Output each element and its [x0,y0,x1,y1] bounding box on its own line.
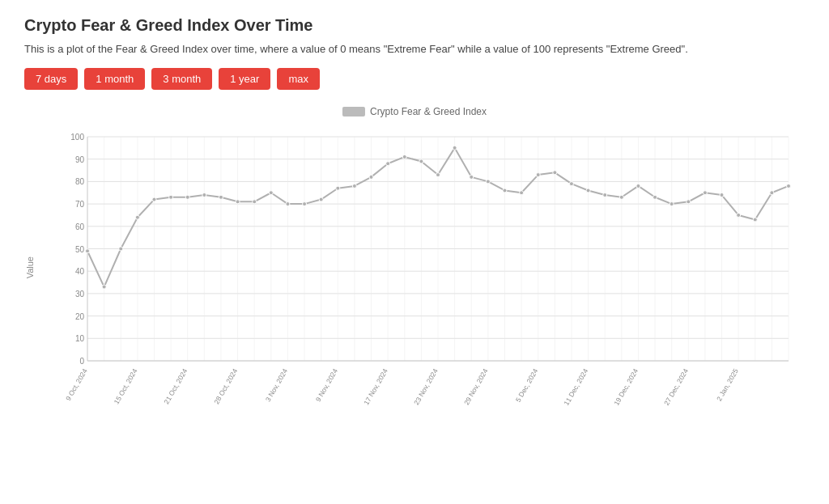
svg-point-81 [86,249,90,253]
svg-point-123 [787,184,791,188]
svg-point-95 [319,197,323,201]
svg-point-101 [419,159,423,163]
svg-point-118 [703,191,707,195]
svg-text:40: 40 [75,267,85,276]
svg-point-104 [470,175,474,179]
svg-point-96 [336,186,340,190]
svg-point-93 [286,202,290,206]
svg-point-92 [269,191,273,195]
svg-point-91 [253,200,257,204]
y-axis-label: Value [25,256,35,278]
svg-text:2 Jan, 2025: 2 Jan, 2025 [715,367,740,403]
svg-text:9 Oct, 2024: 9 Oct, 2024 [64,367,89,402]
svg-text:27 Dec, 2024: 27 Dec, 2024 [662,367,690,407]
svg-point-115 [653,195,657,199]
svg-point-90 [236,200,240,204]
svg-text:50: 50 [75,245,85,254]
svg-point-86 [169,195,173,199]
svg-text:30: 30 [75,290,85,299]
svg-point-108 [536,173,540,177]
svg-text:3 Nov, 2024: 3 Nov, 2024 [264,367,289,403]
btn-max[interactable]: max [277,68,320,90]
svg-text:60: 60 [75,222,85,231]
svg-point-102 [436,173,440,177]
svg-point-94 [303,202,307,206]
svg-point-84 [135,215,139,219]
svg-point-85 [152,197,156,201]
svg-point-111 [586,188,590,193]
svg-point-100 [402,155,406,159]
svg-point-87 [185,195,189,199]
svg-text:29 Nov, 2024: 29 Nov, 2024 [462,367,490,406]
legend-swatch [342,107,365,116]
chart-container: Crypto Fear & Greed Index Value 01020304… [24,106,805,454]
svg-point-105 [486,180,490,184]
page-title: Crypto Fear & Greed Index Over Time [24,16,805,35]
svg-point-103 [453,146,457,150]
svg-point-116 [670,202,674,206]
svg-point-120 [737,213,741,217]
btn-1month[interactable]: 1 month [84,68,145,90]
btn-1year[interactable]: 1 year [219,68,270,90]
svg-text:23 Nov, 2024: 23 Nov, 2024 [412,367,440,406]
svg-point-122 [770,191,774,195]
svg-point-119 [720,193,724,197]
svg-text:15 Oct, 2024: 15 Oct, 2024 [113,367,139,405]
svg-point-98 [369,175,373,179]
svg-point-114 [636,184,640,188]
chart-svg: 01020304050607080901009 Oct, 202415 Oct,… [57,130,797,405]
svg-text:17 Nov, 2024: 17 Nov, 2024 [362,367,389,406]
svg-point-121 [753,218,757,222]
svg-text:0: 0 [79,357,84,366]
page-subtitle: This is a plot of the Fear & Greed Index… [24,43,805,55]
svg-point-109 [553,171,557,175]
svg-text:5 Dec, 2024: 5 Dec, 2024 [514,367,540,404]
svg-point-110 [569,182,573,186]
svg-point-83 [119,247,123,251]
svg-text:11 Dec, 2024: 11 Dec, 2024 [562,367,589,407]
svg-text:80: 80 [75,177,85,186]
svg-point-99 [386,162,390,166]
svg-point-97 [352,184,356,188]
btn-7days[interactable]: 7 days [24,68,78,90]
svg-point-117 [687,200,691,204]
svg-text:70: 70 [75,200,85,209]
svg-point-113 [619,195,623,199]
chart-area: 01020304050607080901009 Oct, 202415 Oct,… [57,130,797,405]
svg-point-106 [503,188,507,193]
svg-point-89 [219,195,223,199]
svg-point-82 [102,285,106,289]
svg-text:100: 100 [70,133,84,142]
svg-point-107 [520,191,524,195]
chart-legend: Crypto Fear & Greed Index [342,106,487,117]
legend-label: Crypto Fear & Greed Index [370,106,487,117]
svg-point-112 [603,193,607,197]
svg-text:21 Oct, 2024: 21 Oct, 2024 [162,367,189,405]
svg-text:28 Oct, 2024: 28 Oct, 2024 [212,367,239,405]
svg-text:90: 90 [75,155,85,164]
btn-3month[interactable]: 3 month [151,68,212,90]
svg-text:10: 10 [75,334,85,343]
svg-point-88 [202,193,206,197]
svg-text:9 Nov, 2024: 9 Nov, 2024 [314,367,339,403]
time-filter-group: 7 days 1 month 3 month 1 year max [24,68,805,90]
svg-text:20: 20 [75,312,85,321]
svg-text:19 Dec, 2024: 19 Dec, 2024 [612,367,640,407]
